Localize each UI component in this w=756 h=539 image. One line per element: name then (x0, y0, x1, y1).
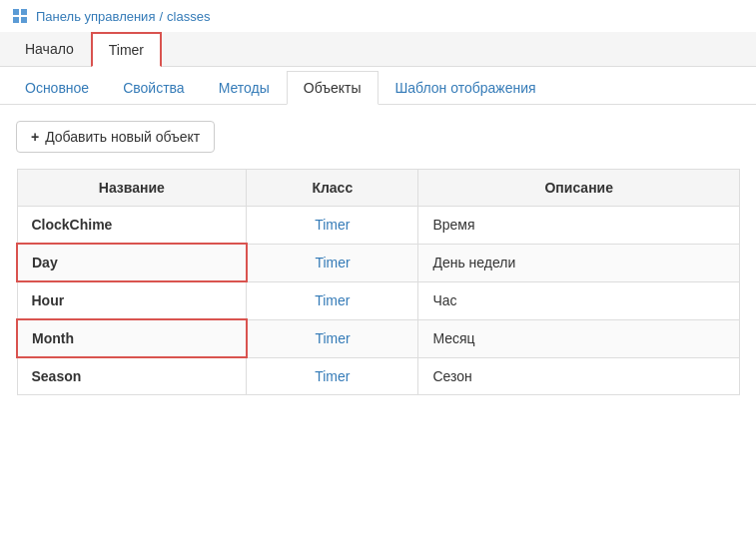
top-tabs-container: Начало Timer (0, 32, 756, 67)
cell-name: Hour (17, 281, 247, 319)
cell-description: День недели (418, 244, 740, 281)
class-link[interactable]: Timer (315, 330, 350, 346)
col-header-name: Название (17, 170, 247, 207)
cell-class[interactable]: Timer (247, 207, 418, 245)
cell-name: Season (17, 357, 247, 395)
col-header-class: Класс (247, 170, 418, 207)
objects-table: Название Класс Описание ClockChimeTimerВ… (16, 169, 740, 395)
subtab-template[interactable]: Шаблон отображения (378, 71, 553, 105)
cell-description: Сезон (418, 357, 740, 395)
table-row: ClockChimeTimerВремя (17, 207, 740, 245)
svg-rect-1 (21, 9, 27, 15)
add-object-button[interactable]: + Добавить новый объект (16, 121, 215, 153)
cell-description: Час (418, 281, 740, 319)
table-row: MonthTimerМесяц (17, 319, 740, 357)
class-link[interactable]: Timer (315, 217, 350, 233)
cell-description: Время (418, 207, 740, 245)
svg-rect-2 (13, 17, 19, 23)
subtab-methods[interactable]: Методы (202, 71, 287, 105)
class-link[interactable]: Timer (315, 292, 350, 308)
table-row: DayTimerДень недели (17, 244, 740, 281)
class-link[interactable]: Timer (315, 368, 350, 384)
breadcrumb-separator: / (159, 9, 163, 24)
add-button-label: Добавить новый объект (45, 129, 200, 145)
cell-name: ClockChime (17, 207, 247, 245)
subtab-props[interactable]: Свойства (106, 71, 201, 105)
cell-class[interactable]: Timer (247, 319, 418, 357)
svg-rect-3 (21, 17, 27, 23)
breadcrumb-current: classes (167, 9, 210, 24)
cell-name: Day (17, 244, 247, 281)
subtab-objects[interactable]: Объекты (287, 71, 378, 105)
col-header-desc: Описание (418, 170, 740, 207)
table-header-row: Название Класс Описание (17, 170, 740, 207)
cell-class[interactable]: Timer (247, 281, 418, 319)
table-row: SeasonTimerСезон (17, 357, 740, 395)
cell-description: Месяц (418, 319, 740, 357)
main-content: + Добавить новый объект Название Класс О… (0, 105, 756, 411)
tab-nachalo[interactable]: Начало (8, 32, 91, 67)
plus-icon: + (31, 129, 39, 145)
table-row: HourTimerЧас (17, 281, 740, 319)
subtab-basic[interactable]: Основное (8, 71, 106, 105)
svg-rect-0 (13, 9, 19, 15)
sub-tabs-container: Основное Свойства Методы Объекты Шаблон … (0, 71, 756, 105)
cell-name: Month (17, 319, 247, 357)
tab-timer[interactable]: Timer (91, 32, 162, 67)
breadcrumb: Панель управления / classes (0, 0, 756, 32)
cell-class[interactable]: Timer (247, 357, 418, 395)
class-link[interactable]: Timer (315, 255, 350, 270)
breadcrumb-root[interactable]: Панель управления (36, 9, 155, 24)
grid-icon (12, 8, 28, 24)
cell-class[interactable]: Timer (247, 244, 418, 281)
